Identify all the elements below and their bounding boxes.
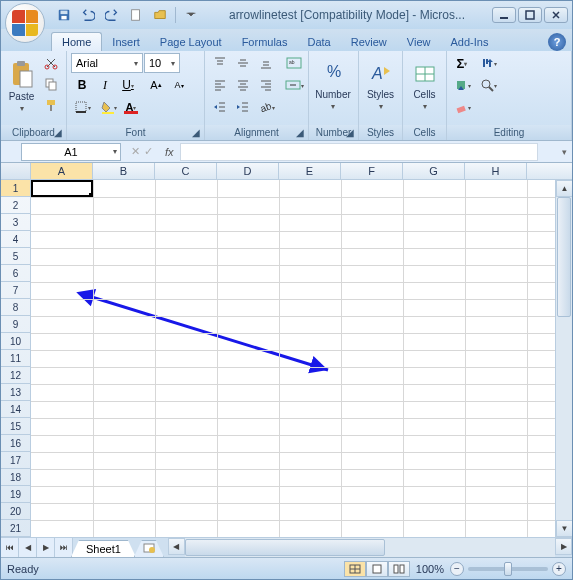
fill-button[interactable]: ▾ (451, 75, 473, 95)
tab-home[interactable]: Home (51, 32, 102, 51)
orientation-button[interactable]: ab▾ (255, 97, 277, 117)
align-middle-button[interactable] (232, 53, 254, 73)
find-select-button[interactable]: ▾ (474, 75, 502, 95)
maximize-button[interactable] (518, 7, 542, 23)
italic-button[interactable]: I (94, 75, 116, 95)
zoom-out-button[interactable]: − (450, 562, 464, 576)
page-layout-view-button[interactable] (366, 561, 388, 577)
row-header[interactable]: 10 (1, 333, 30, 350)
cancel-formula-icon[interactable]: ✕ (131, 145, 140, 158)
row-header[interactable]: 17 (1, 452, 30, 469)
office-button[interactable] (5, 3, 45, 43)
formula-input[interactable] (180, 143, 538, 161)
row-header[interactable]: 20 (1, 503, 30, 520)
underline-button[interactable]: U▾ (117, 75, 139, 95)
first-sheet-button[interactable]: ⏮ (1, 538, 19, 557)
save-button[interactable] (53, 5, 75, 25)
cut-button[interactable] (40, 53, 62, 73)
clipboard-dialog-launcher[interactable]: ◢ (52, 127, 64, 139)
tab-view[interactable]: View (397, 33, 441, 51)
borders-button[interactable]: ▾ (71, 97, 93, 117)
column-header[interactable]: F (341, 163, 403, 179)
wrap-text-button[interactable]: ab (283, 53, 305, 73)
align-top-button[interactable] (209, 53, 231, 73)
vertical-scroll-thumb[interactable] (557, 197, 571, 317)
bold-button[interactable]: B (71, 75, 93, 95)
row-header[interactable]: 4 (1, 231, 30, 248)
tab-add-ins[interactable]: Add-Ins (440, 33, 498, 51)
shrink-font-button[interactable]: A▾ (168, 75, 190, 95)
grow-font-button[interactable]: A▴ (145, 75, 167, 95)
font-name-combo[interactable]: Arial▾ (71, 53, 143, 73)
worksheet-cells[interactable] (31, 180, 555, 537)
number-format-button[interactable]: %Number▾ (313, 53, 353, 119)
align-left-button[interactable] (209, 75, 231, 95)
next-sheet-button[interactable]: ▶ (37, 538, 55, 557)
tab-data[interactable]: Data (297, 33, 340, 51)
enter-formula-icon[interactable]: ✓ (144, 145, 153, 158)
row-header[interactable]: 12 (1, 367, 30, 384)
decrease-indent-button[interactable] (209, 97, 231, 117)
align-center-button[interactable] (232, 75, 254, 95)
merge-center-button[interactable]: ▾ (283, 75, 305, 95)
font-color-button[interactable]: A▾ (120, 97, 142, 117)
increase-indent-button[interactable] (232, 97, 254, 117)
zoom-slider[interactable] (468, 567, 548, 571)
column-header[interactable]: B (93, 163, 155, 179)
font-size-combo[interactable]: 10▾ (144, 53, 180, 73)
close-button[interactable] (544, 7, 568, 23)
horizontal-scrollbar[interactable]: ◀ ▶ (168, 538, 572, 557)
row-header[interactable]: 15 (1, 418, 30, 435)
clear-button[interactable]: ▾ (451, 97, 473, 117)
sort-filter-button[interactable]: ▾ (474, 53, 502, 73)
row-header[interactable]: 11 (1, 350, 30, 367)
tab-review[interactable]: Review (341, 33, 397, 51)
paste-button[interactable]: Paste ▾ (5, 53, 38, 119)
row-header[interactable]: 6 (1, 265, 30, 282)
row-header[interactable]: 18 (1, 469, 30, 486)
undo-button[interactable] (77, 5, 99, 25)
styles-button[interactable]: AStyles▾ (363, 53, 398, 119)
tab-formulas[interactable]: Formulas (232, 33, 298, 51)
autosum-button[interactable]: Σ▾ (451, 53, 473, 73)
zoom-knob[interactable] (504, 562, 512, 576)
column-header[interactable]: C (155, 163, 217, 179)
tab-page-layout[interactable]: Page Layout (150, 33, 232, 51)
scroll-left-button[interactable]: ◀ (168, 538, 185, 555)
name-box[interactable]: A1▾ (21, 143, 121, 161)
alignment-dialog-launcher[interactable]: ◢ (294, 127, 306, 139)
help-button[interactable]: ? (548, 33, 566, 51)
tab-insert[interactable]: Insert (102, 33, 150, 51)
row-header[interactable]: 2 (1, 197, 30, 214)
qat-customize-button[interactable] (180, 5, 202, 25)
align-right-button[interactable] (255, 75, 277, 95)
redo-button[interactable] (101, 5, 123, 25)
prev-sheet-button[interactable]: ◀ (19, 538, 37, 557)
scroll-up-button[interactable]: ▲ (556, 180, 572, 197)
align-bottom-button[interactable] (255, 53, 277, 73)
open-button[interactable] (149, 5, 171, 25)
zoom-in-button[interactable]: + (552, 562, 566, 576)
fx-label[interactable]: fx (159, 146, 180, 158)
row-header[interactable]: 7 (1, 282, 30, 299)
sheet-tab-sheet1[interactable]: Sheet1 (71, 540, 136, 557)
zoom-level-text[interactable]: 100% (416, 563, 444, 575)
expand-formula-bar-button[interactable]: ▾ (556, 147, 572, 157)
font-dialog-launcher[interactable]: ◢ (190, 127, 202, 139)
number-dialog-launcher[interactable]: ◢ (344, 127, 356, 139)
vertical-scrollbar[interactable]: ▲ ▼ (555, 180, 572, 537)
minimize-button[interactable] (492, 7, 516, 23)
row-header[interactable]: 5 (1, 248, 30, 265)
row-header[interactable]: 1 (1, 180, 30, 197)
format-painter-button[interactable] (40, 95, 62, 115)
copy-button[interactable] (40, 74, 62, 94)
column-header[interactable]: E (279, 163, 341, 179)
new-sheet-button[interactable] (134, 540, 164, 557)
row-header[interactable]: 3 (1, 214, 30, 231)
scroll-down-button[interactable]: ▼ (556, 520, 572, 537)
cells-button[interactable]: Cells▾ (407, 53, 442, 119)
row-header[interactable]: 13 (1, 384, 30, 401)
row-header[interactable]: 9 (1, 316, 30, 333)
new-button[interactable] (125, 5, 147, 25)
row-header[interactable]: 19 (1, 486, 30, 503)
